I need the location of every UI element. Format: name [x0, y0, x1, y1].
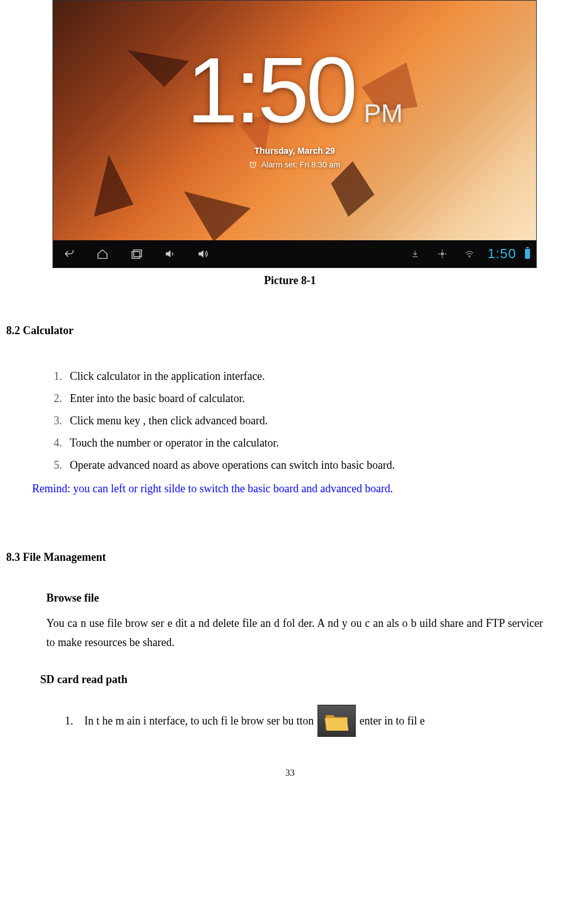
- tablet-screenshot: 1:50 PM Thursday, March 29 Alarm set: Fr…: [53, 0, 537, 268]
- android-nav-bar: 1:50: [53, 240, 536, 267]
- tablet-screenshot-figure: 1:50 PM Thursday, March 29 Alarm set: Fr…: [53, 0, 537, 268]
- list-item: Enter into the basic board of calculator…: [65, 387, 574, 410]
- page-number: 33: [6, 768, 574, 778]
- recent-apps-icon[interactable]: [127, 245, 146, 263]
- list-item: 1. In t he m ain i nterface, to uch fi l…: [65, 705, 574, 737]
- volume-down-icon[interactable]: [161, 245, 180, 263]
- clock-alarm: Alarm set: Fri 8:30 am: [53, 160, 536, 170]
- battery-icon: [525, 249, 530, 259]
- calculator-steps-list: Click calculator in the application inte…: [65, 365, 574, 476]
- sd-card-heading: SD card read path: [40, 673, 574, 686]
- home-icon[interactable]: [93, 245, 112, 263]
- svg-point-3: [441, 252, 444, 255]
- list-text-pre: In t he m ain i nterface, to uch fi le b…: [85, 710, 314, 732]
- file-browser-icon: [317, 705, 356, 737]
- svg-rect-1: [132, 251, 140, 258]
- download-icon[interactable]: [406, 245, 424, 263]
- list-item: Touch the number or operator in the calc…: [65, 432, 574, 454]
- browse-file-heading: Browse file: [46, 592, 574, 605]
- sd-card-list: 1. In t he m ain i nterface, to uch fi l…: [65, 705, 574, 737]
- clock-display: 1:50 PM: [187, 44, 403, 136]
- svg-rect-2: [133, 250, 141, 257]
- alarm-icon: [249, 161, 257, 170]
- back-icon[interactable]: [59, 245, 78, 263]
- remind-note: Remind: you can left or right silde to s…: [32, 482, 574, 495]
- svg-point-4: [469, 256, 470, 257]
- decorative-shard: [177, 186, 251, 242]
- usb-debug-icon[interactable]: [433, 245, 452, 263]
- list-item: Operate advanced noard as above operatio…: [65, 454, 574, 476]
- volume-up-icon[interactable]: [195, 245, 214, 263]
- wifi-icon[interactable]: [460, 245, 479, 263]
- figure-caption: Picture 8-1: [6, 274, 574, 287]
- alarm-text: Alarm set: Fri 8:30 am: [261, 160, 340, 169]
- list-number: 1.: [65, 710, 74, 732]
- list-text-post: enter in to fil e: [359, 710, 425, 732]
- nav-clock: 1:50: [487, 246, 516, 262]
- section-heading-8-2: 8.2 Calculator: [6, 324, 574, 337]
- section-heading-8-3: 8.3 File Management: [6, 551, 574, 564]
- clock-ampm: PM: [364, 99, 403, 128]
- clock-time: 1:50: [187, 44, 355, 136]
- decorative-shard: [127, 50, 189, 87]
- list-item: Click menu key , then click advanced boa…: [65, 410, 574, 432]
- browse-file-text: You ca n use file brow ser e dit a nd de…: [46, 614, 543, 652]
- list-item: Click calculator in the application inte…: [65, 365, 574, 387]
- clock-date: Thursday, March 29: [53, 146, 536, 156]
